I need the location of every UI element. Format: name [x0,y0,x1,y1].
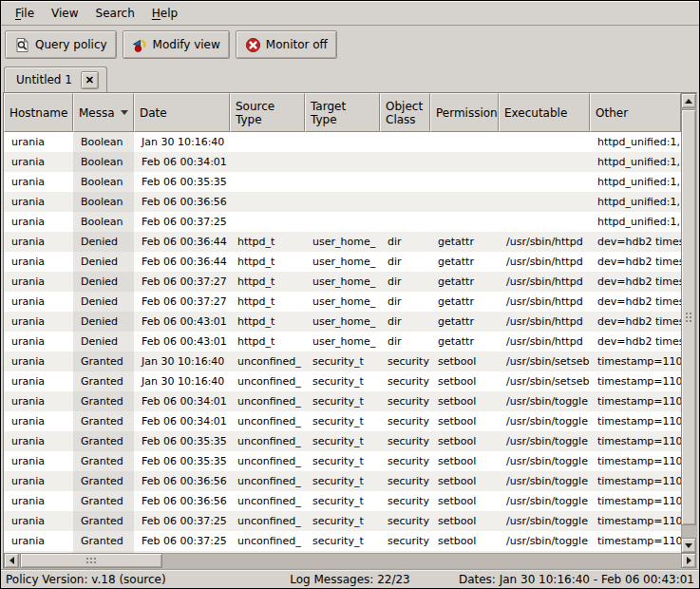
cell-other: timestamp=11076 [590,471,681,491]
cell-executable: /usr/sbin/toggle [499,431,590,451]
cell-hostname: urania [4,371,73,391]
vertical-scrollbar-thumb[interactable] [681,109,696,525]
modify-view-button[interactable]: Modify view [123,30,230,59]
table-row[interactable]: uraniaBooleanJan 30 10:16:40httpd_unifie… [4,132,681,152]
table-row[interactable]: uraniaGrantedFeb 06 00:36:56unconfined_s… [4,491,681,511]
cell-other: httpd_unified:1, h [590,172,681,192]
cell-source_type [230,212,305,232]
cell-date: Feb 06 00:43:01 [134,312,230,332]
cell-source_type [230,152,305,172]
monitor-off-button[interactable]: Monitor off [236,30,337,59]
column-header-label: Source Type [236,100,274,126]
cell-other: timestamp=11076 [590,411,681,431]
menu-bar: FileViewSearchHelp [1,1,699,26]
menu-item-view[interactable]: View [43,4,86,23]
column-header-hostname[interactable]: Hostname [4,93,73,132]
modify-view-label: Modify view [153,38,220,51]
cell-target_type: security_t [305,352,380,371]
horizontal-scrollbar[interactable] [4,553,696,568]
column-header-source_type[interactable]: Source Type [230,93,305,132]
column-header-target_type[interactable]: Target Type [305,93,380,132]
table-row[interactable]: uraniaGrantedFeb 06 00:37:25unconfined_s… [4,511,681,531]
column-header-message[interactable]: Messa [73,93,134,132]
cell-permission: getattr [430,232,499,252]
cell-other: httpd_unified:1, h [590,192,681,212]
scroll-down-button[interactable] [681,538,696,553]
menu-item-file[interactable]: File [7,4,43,23]
cell-object_class: security [380,531,430,551]
cell-object_class [380,172,430,192]
table-row[interactable]: uraniaDeniedFeb 06 00:37:27httpd_tuser_h… [4,272,681,292]
scroll-left-button[interactable] [4,553,19,568]
cell-date: Feb 06 00:35:35 [134,172,230,192]
column-header-date[interactable]: Date [134,93,230,132]
cell-executable: /usr/sbin/toggle [499,451,590,471]
cell-date: Feb 06 00:36:56 [134,491,230,511]
cell-date: Feb 06 00:34:01 [134,411,230,431]
column-header-other[interactable]: Other [590,93,681,132]
menu-item-help[interactable]: Help [143,4,186,23]
table-row[interactable]: uraniaGrantedFeb 06 00:34:01unconfined_s… [4,391,681,411]
table-row[interactable]: uraniaGrantedFeb 06 00:37:25unconfined_s… [4,531,681,551]
cell-hostname: urania [4,531,73,551]
horizontal-scrollbar-thumb[interactable] [20,553,162,568]
table-row[interactable]: uraniaDeniedFeb 06 00:36:44httpd_tuser_h… [4,232,681,252]
cell-target_type: user_home_ [305,272,380,292]
close-icon: ✕ [85,74,94,86]
cell-executable: /usr/sbin/httpd [499,332,590,352]
tab-close-button[interactable]: ✕ [81,71,99,89]
modify-view-icon [132,37,148,53]
cell-source_type: unconfined_ [230,471,305,491]
table-row[interactable]: uraniaDeniedFeb 06 00:37:27httpd_tuser_h… [4,292,681,312]
grip-icon [686,313,688,314]
cell-source_type: unconfined_ [230,391,305,411]
cell-object_class [380,192,430,212]
cell-hostname: urania [4,272,73,292]
cell-source_type [230,172,305,192]
vertical-scrollbar[interactable] [681,93,696,553]
table-row[interactable]: uraniaDeniedFeb 06 00:36:44httpd_tuser_h… [4,252,681,272]
cell-message: Boolean [73,212,134,232]
cell-permission: setbool [430,371,499,391]
table-row[interactable]: uraniaBooleanFeb 06 00:34:01httpd_unifie… [4,152,681,172]
cell-message: Granted [73,352,134,371]
cell-object_class [380,132,430,152]
cell-permission: getattr [430,332,499,352]
cell-executable: /usr/sbin/httpd [499,232,590,252]
tab-untitled-1[interactable]: Untitled 1 ✕ [4,66,107,92]
cell-date: Feb 06 00:37:27 [134,272,230,292]
table-row[interactable]: uraniaGrantedJan 30 10:16:40unconfined_s… [4,371,681,391]
cell-target_type: user_home_ [305,332,380,352]
column-header-label: Object Class [386,100,423,126]
horizontal-scrollbar-trough[interactable] [162,553,681,568]
cell-other: timestamp=11076 [590,531,681,551]
column-header-permission[interactable]: Permission [430,93,499,132]
table-row[interactable]: uraniaGrantedFeb 06 00:35:35unconfined_s… [4,451,681,471]
table-row[interactable]: uraniaDeniedFeb 06 00:43:01httpd_tuser_h… [4,332,681,352]
table-row[interactable]: uraniaGrantedFeb 06 00:35:35unconfined_s… [4,431,681,451]
cell-object_class: security [380,352,430,371]
scroll-right-button[interactable] [681,553,696,568]
cell-permission: getattr [430,292,499,312]
table-row[interactable]: uraniaGrantedFeb 06 00:36:56unconfined_s… [4,471,681,491]
cell-target_type: security_t [305,511,380,531]
cell-hostname: urania [4,332,73,352]
table-row[interactable]: uraniaGrantedJan 30 10:16:40unconfined_s… [4,352,681,371]
cell-other: timestamp=11076 [590,391,681,411]
scroll-up-button[interactable] [681,93,696,108]
vertical-scrollbar-trough[interactable] [681,525,696,538]
menu-item-search[interactable]: Search [87,4,143,23]
cell-message: Denied [73,232,134,252]
cell-hostname: urania [4,172,73,192]
table-row[interactable]: uraniaBooleanFeb 06 00:37:25httpd_unifie… [4,212,681,232]
table-row[interactable]: uraniaBooleanFeb 06 00:36:56httpd_unifie… [4,192,681,212]
query-policy-button[interactable]: Query policy [5,30,117,59]
column-header-object_class[interactable]: Object Class [380,93,430,132]
table-body: uraniaBooleanJan 30 10:16:40httpd_unifie… [4,132,681,553]
table-row[interactable]: uraniaDeniedFeb 06 00:43:01httpd_tuser_h… [4,312,681,332]
table-row[interactable]: uraniaBooleanFeb 06 00:35:35httpd_unifie… [4,172,681,192]
cell-permission [430,212,499,232]
cell-executable: /usr/sbin/httpd [499,272,590,292]
table-row[interactable]: uraniaGrantedFeb 06 00:34:01unconfined_s… [4,411,681,431]
column-header-executable[interactable]: Executable [499,93,590,132]
